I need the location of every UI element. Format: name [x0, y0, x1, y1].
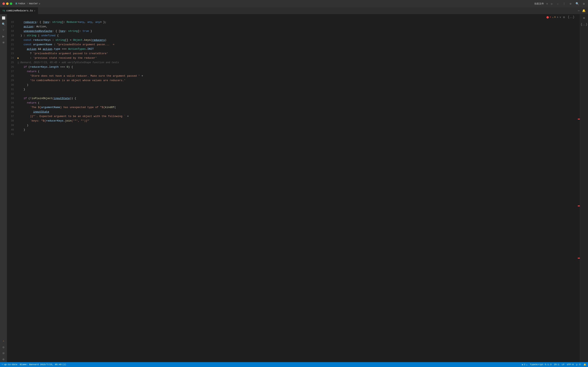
line-number: 18 — [7, 29, 17, 33]
search-sidebar-icon[interactable]: 🔍 — [1, 21, 6, 27]
account-icon[interactable]: ⊡ — [1, 350, 6, 356]
blame-info-icon: (i) — [62, 364, 66, 366]
line-content: reducers: { [key: string]: Reducer<any, … — [20, 20, 577, 25]
minimize-button[interactable] — [6, 2, 9, 5]
line-content: } — [20, 87, 577, 92]
line-number: 37 — [7, 114, 17, 119]
error-badge: ⬤ 3 — [546, 16, 551, 18]
line-gutter: | — [17, 60, 20, 65]
line-content — [20, 132, 577, 137]
statusbar-right: ⊗ 2 ⚠ TypeScript 5.1.3 25:1 LF UTF-8 2 个… — [522, 363, 586, 366]
line-number: 40 — [7, 128, 17, 132]
line-content: action && action.type === ActionTypes.IN… — [20, 47, 577, 51]
titlebar-actions: 当前文件 ∨ ▷ ☆ ⋮ ⊙ 🔍 ⚙ — [534, 2, 586, 6]
outline-icon[interactable]: ⊟ — [581, 15, 587, 21]
bell-icon: 🔔 — [584, 363, 586, 366]
line-number: 19 — [7, 33, 17, 38]
person-icon[interactable]: ⊙ — [569, 2, 572, 6]
extensions-icon[interactable]: ⊞ — [1, 40, 6, 45]
line-number: 26 — [7, 65, 17, 69]
status-notifications[interactable]: 🔔 — [584, 363, 586, 366]
editor-controls: ⋯ 🔔 — [576, 7, 588, 14]
line-gutter — [17, 101, 20, 105]
run-debug-icon[interactable]: ▷ — [1, 33, 6, 39]
repo-label[interactable]: R redux — [16, 2, 25, 5]
line-number: 29 — [7, 78, 17, 83]
chevron-down-icon[interactable]: ∨ — [546, 2, 548, 5]
status-cursor[interactable]: 25:1 — [554, 363, 559, 366]
line-number: 39 — [7, 123, 17, 128]
line-content: if (!isPlainObject(inputState)) { — [20, 96, 577, 101]
scroll-error-marker-1 — [578, 119, 580, 119]
line-gutter — [17, 47, 20, 51]
line-number: 41 — [7, 132, 17, 137]
status-language[interactable]: TypeScript 5.1.3 — [530, 363, 552, 366]
settings-sidebar-icon[interactable]: ⚙ — [1, 356, 6, 362]
line-number: 33 — [7, 96, 17, 101]
error-indicator[interactable]: ⚠ — [1, 338, 6, 344]
line-number: 17 — [7, 25, 17, 29]
line-number: 20 — [7, 38, 17, 42]
status-blame[interactable]: Blame: Bannard 2015/7/23, 05:45 (i) — [20, 363, 66, 366]
line-number: 24 — [7, 56, 17, 60]
line-content: inputState — [20, 110, 577, 114]
line-number: 21 — [7, 42, 17, 47]
line-gutter — [17, 96, 20, 101]
branch-label[interactable]: ⑂ master ∨ — [27, 2, 40, 5]
main-layout: ⬜ 🔍 ⑂ ▷ ⊞ ⚠ ◎ ⊡ ⚙ ⬤ 3 ⚠ 6 ∧ — [0, 14, 588, 362]
notifications-icon[interactable]: 🔔 — [581, 8, 586, 13]
tab-close-icon[interactable]: ✕ — [34, 9, 35, 12]
line-content: return ( — [20, 69, 577, 74]
line-gutter — [17, 25, 20, 29]
line-gutter — [17, 87, 20, 92]
status-line-ending[interactable]: LF — [562, 363, 564, 366]
line-content — [20, 92, 577, 96]
chevron-up-icon[interactable]: ∧ — [557, 16, 558, 19]
status-indent[interactable]: 2 个 — [576, 363, 581, 366]
chevron-down-editor-icon[interactable]: ∨ — [560, 16, 561, 19]
line-content: } — [20, 128, 577, 132]
line-gutter — [17, 38, 20, 42]
right-sidebar: ⊟ {..} — [580, 14, 588, 362]
line-gutter — [17, 123, 20, 128]
more-editor-icon[interactable]: {..} — [567, 15, 575, 19]
search-icon[interactable]: 🔍 — [575, 2, 580, 6]
line-gutter — [17, 92, 20, 96]
source-control-icon[interactable]: ⑂ — [1, 27, 6, 33]
remote-icon[interactable]: ◎ — [1, 344, 6, 350]
tab-combineReducers[interactable]: TS combineReducers.ts ✕ — [0, 7, 38, 14]
code-editor[interactable]: 16 reducers: { [key: string]: Reducer<an… — [7, 20, 577, 362]
line-content: unexpectedKeyCache: { [key: string]: tru… — [20, 29, 577, 33]
status-errors[interactable]: ⊗ 2 ⚠ — [522, 363, 527, 366]
line-gutter — [17, 105, 20, 110]
more-icon[interactable]: ⋮ — [562, 2, 566, 6]
settings-icon[interactable]: ⚙ — [582, 2, 586, 6]
line-content: ? 'preloadedState argument passed to cre… — [20, 51, 577, 56]
line-content: if (reducerKeys.length === 0) { — [20, 65, 577, 69]
scrollbar[interactable] — [577, 14, 580, 362]
references-icon[interactable]: {..} — [581, 22, 587, 27]
error-icon: ⬤ — [546, 16, 549, 18]
line-gutter — [17, 132, 20, 137]
maximize-button[interactable] — [10, 2, 12, 5]
explorer-icon[interactable]: ⬜ — [1, 15, 6, 21]
tab-spacer — [38, 7, 576, 14]
left-sidebar: ⬜ 🔍 ⑂ ▷ ⊞ ⚠ ◎ ⊡ ⚙ — [0, 14, 7, 362]
line-gutter — [17, 42, 20, 47]
line-gutter — [17, 78, 20, 83]
scroll-error-marker-2 — [578, 206, 580, 206]
status-encoding[interactable]: UTF-8 — [567, 363, 574, 366]
warning-badge: ⚠ 6 — [552, 16, 555, 18]
more-actions-icon[interactable]: ⋯ — [577, 8, 580, 13]
star-icon[interactable]: ☆ — [556, 2, 559, 6]
close-button[interactable] — [2, 2, 5, 5]
scroll-error-marker-3 — [578, 258, 580, 259]
play-icon[interactable]: ▷ — [550, 2, 553, 6]
split-editor-icon[interactable]: ⊡ — [562, 15, 566, 19]
line-number: 32 — [7, 92, 17, 96]
cur-file-label[interactable]: 当前文件 — [534, 2, 544, 6]
statusbar: ⑂ up-to-date Blame: Bannard 2015/7/23, 0… — [0, 362, 588, 367]
status-git[interactable]: ⑂ up-to-date — [2, 363, 17, 366]
line-number: 23 — [7, 51, 17, 56]
line-content: `keys: "${reducerKeys.join('"', "')}"` — [20, 119, 577, 123]
